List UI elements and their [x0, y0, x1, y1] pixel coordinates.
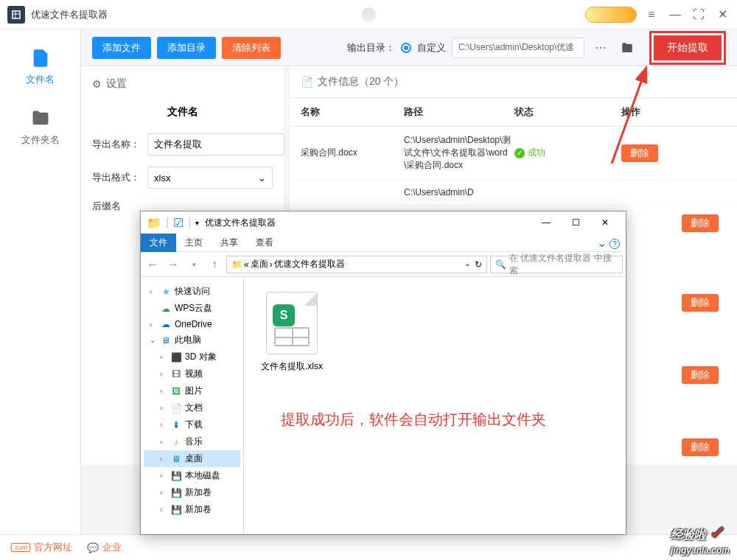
dropdown-icon[interactable]: ▾ — [195, 219, 199, 227]
tree-item[interactable]: ›⬇下载 — [144, 416, 240, 433]
tree-item[interactable]: ›📄文档 — [144, 399, 240, 416]
folder-browse-icon[interactable] — [617, 38, 638, 58]
custom-radio[interactable] — [401, 43, 411, 53]
nav-dropdown-icon[interactable]: ▾ — [185, 256, 203, 273]
explorer-nav: ← → ▾ ↑ 📁 « 桌面 › 优速文件名提取器 ⌄ ↻ 🔍 在 优速文件名提… — [141, 252, 626, 277]
status-success: 成功 — [514, 147, 621, 159]
cell-path-partial: C:\Users\admin\D — [404, 187, 514, 197]
divider: | — [188, 216, 191, 229]
gear-icon: ⚙ — [92, 78, 102, 90]
maximize-icon[interactable]: ☐ — [561, 212, 590, 233]
tab-view[interactable]: 查看 — [247, 234, 282, 252]
titlebar-decoration — [361, 7, 376, 22]
tab-home[interactable]: 主页 — [176, 234, 212, 252]
official-site-link[interactable]: .com 官方网址 — [11, 541, 72, 554]
delete-button[interactable]: 删除 — [682, 294, 719, 312]
minimize-icon[interactable]: — — [668, 7, 682, 22]
add-folder-button[interactable]: 添加目录 — [157, 37, 216, 59]
tree-item[interactable]: ⌄🖥此电脑 — [144, 332, 240, 349]
output-path-input[interactable] — [452, 38, 584, 58]
sidebar-label: 文件名 — [26, 73, 55, 86]
app-title: 优速文件名提取器 — [31, 8, 585, 21]
watermark: 经验啦 ✓ jingyanla.com — [671, 522, 730, 556]
app-logo — [7, 6, 25, 24]
tree-item[interactable]: ›⬛3D 对象 — [144, 349, 240, 365]
export-format-select[interactable]: xlsx ⌄ — [147, 167, 273, 189]
refresh-icon[interactable]: ↻ — [475, 259, 482, 270]
search-input[interactable]: 🔍 在 优速文件名提取器 中搜索 — [490, 256, 623, 273]
table-header: 名称 路径 状态 操作 — [290, 98, 737, 127]
delete-button[interactable]: 删除 — [682, 366, 719, 384]
tree-item[interactable]: ›🎞视频 — [144, 365, 240, 382]
explorer-tree: ›★快速访问☁WPS云盘›☁OneDrive⌄🖥此电脑›⬛3D 对象›🎞视频›🖼… — [141, 277, 244, 534]
tab-share[interactable]: 共享 — [212, 234, 247, 252]
maximize-icon[interactable]: ⛶ — [691, 7, 706, 22]
xlsx-icon: S — [266, 292, 318, 354]
settings-title: 文件名 — [92, 105, 273, 119]
col-path: 路径 — [404, 105, 514, 119]
tree-item[interactable]: ›🖼图片 — [144, 382, 240, 399]
suffix-label: 后缀名 — [92, 200, 121, 213]
delete-button[interactable]: 删除 — [682, 438, 719, 456]
delete-button[interactable]: 删除 — [621, 144, 658, 162]
col-status: 状态 — [514, 105, 621, 119]
tree-item[interactable]: ›💾新加卷 — [144, 484, 240, 501]
svg-rect-0 — [13, 11, 20, 18]
menu-icon[interactable]: ≡ — [644, 7, 659, 22]
explorer-titlebar[interactable]: 📁 | ☑ | ▾ 优速文件名提取器 — ☐ ✕ — [141, 211, 626, 234]
titlebar: 优速文件名提取器 ≡ — ⛶ ✕ — [0, 0, 737, 29]
delete-button[interactable]: 删除 — [682, 214, 719, 232]
breadcrumb-part[interactable]: 优速文件名提取器 — [274, 258, 345, 270]
annotation-text: 提取成功后，软件会自动打开输出文件夹 — [281, 410, 649, 430]
cell-status: 成功 — [514, 147, 621, 159]
tree-item[interactable]: ›★快速访问 — [144, 283, 240, 300]
file-name: 文件名提取.xlsx — [259, 360, 325, 373]
tree-item[interactable]: ›♪音乐 — [144, 433, 240, 450]
tree-item[interactable]: ›🖥桌面 — [144, 450, 240, 467]
chevron-down-icon[interactable]: ⌄ — [464, 259, 470, 270]
output-dir-label: 输出目录： — [347, 41, 395, 55]
file-item[interactable]: S 文件名提取.xlsx — [259, 292, 325, 373]
table-row: 采购合同.docx C:\Users\admin\Desktop\测试文件\文件… — [290, 127, 737, 180]
tree-item[interactable]: ›💾新加卷 — [144, 501, 240, 518]
breadcrumb-part[interactable]: 桌面 — [251, 258, 268, 270]
file-icon: 📄 — [301, 76, 313, 88]
settings-header: ⚙ 设置 — [92, 77, 273, 91]
close-icon[interactable]: ✕ — [590, 212, 620, 233]
enterprise-link[interactable]: 💬 企业 — [87, 541, 122, 554]
export-name-input[interactable] — [147, 133, 284, 155]
export-name-label: 导出名称： — [92, 138, 140, 151]
explorer-title: 优速文件名提取器 — [205, 217, 531, 229]
check-icon[interactable]: ☑ — [173, 216, 184, 230]
sidebar: 文件名 文件夹名 — [0, 29, 81, 560]
cell-action: 删除 — [621, 144, 726, 162]
file-icon — [29, 48, 52, 69]
tree-item[interactable]: ☁WPS云盘 — [144, 300, 240, 317]
minimize-icon[interactable]: — — [531, 212, 561, 233]
custom-label: 自定义 — [417, 41, 446, 55]
clear-list-button[interactable]: 清除列表 — [222, 37, 281, 59]
nav-back-icon[interactable]: ← — [144, 256, 161, 273]
footer: .com 官方网址 💬 企业 — [0, 534, 737, 560]
sidebar-item-foldername[interactable]: 文件夹名 — [0, 97, 80, 158]
add-file-button[interactable]: 添加文件 — [92, 37, 151, 59]
tab-file[interactable]: 文件 — [141, 234, 176, 252]
search-icon: 🔍 — [495, 259, 506, 270]
col-name: 名称 — [301, 105, 404, 119]
close-icon[interactable]: ✕ — [715, 7, 730, 22]
explorer-file-area[interactable]: S 文件名提取.xlsx 提取成功后，软件会自动打开输出文件夹 — [244, 277, 626, 534]
nav-up-icon[interactable]: ↑ — [206, 256, 223, 273]
tree-item[interactable]: ›💾本地磁盘 — [144, 467, 240, 484]
nav-forward-icon[interactable]: → — [164, 256, 182, 273]
start-extract-button[interactable]: 开始提取 — [654, 35, 722, 60]
ribbon-expand-icon[interactable]: ⌄ ? — [597, 236, 620, 250]
tree-item[interactable]: ›☁OneDrive — [144, 317, 240, 332]
col-action: 操作 — [621, 105, 726, 119]
folder-icon — [29, 108, 52, 129]
sidebar-item-filename[interactable]: 文件名 — [0, 37, 80, 97]
more-icon[interactable]: ⋯ — [590, 38, 611, 58]
vip-pill[interactable] — [585, 7, 637, 23]
breadcrumb[interactable]: 📁 « 桌面 › 优速文件名提取器 ⌄ ↻ — [226, 256, 487, 273]
start-button-highlight: 开始提取 — [649, 31, 726, 65]
wechat-icon: 💬 — [87, 542, 99, 553]
